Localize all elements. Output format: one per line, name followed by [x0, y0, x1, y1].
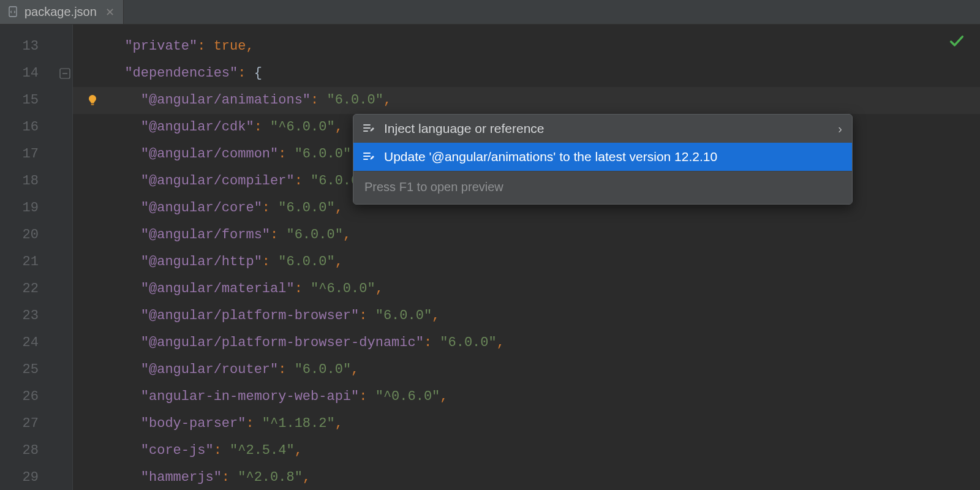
code-line[interactable]: "core-js": "^2.5.4",	[73, 437, 980, 464]
close-icon[interactable]: ✕	[105, 6, 115, 19]
code-line[interactable]: "@angular/animations": "6.0.0",	[73, 87, 980, 114]
line-number: 22	[0, 276, 58, 303]
intention-item[interactable]: Update '@angular/animations' to the late…	[353, 143, 852, 171]
svg-rect-0	[9, 7, 17, 17]
editor-tab[interactable]: package.json ✕	[0, 0, 124, 24]
intention-popup: Inject language or reference›Update '@an…	[353, 114, 853, 205]
line-number-gutter: 1314151617181920212223242526272829	[0, 24, 58, 490]
line-number: 26	[0, 383, 58, 410]
code-line[interactable]: "dependencies": {	[73, 60, 980, 87]
line-number: 23	[0, 303, 58, 330]
line-number: 19	[0, 195, 58, 222]
line-number: 27	[0, 410, 58, 437]
code-area[interactable]: "private": true, "dependencies": { "@ang…	[73, 24, 980, 490]
intention-item-label: Update '@angular/animations' to the late…	[384, 149, 717, 164]
line-number: 20	[0, 222, 58, 249]
fold-toggle-icon[interactable]	[59, 68, 70, 79]
line-number: 18	[0, 168, 58, 195]
intention-item[interactable]: Inject language or reference›	[353, 115, 852, 143]
intention-item-label: Inject language or reference	[384, 121, 545, 136]
code-line[interactable]: "body-parser": "^1.18.2",	[73, 410, 980, 437]
code-line[interactable]: "@angular/material": "^6.0.0",	[73, 276, 980, 303]
line-number: 21	[0, 249, 58, 276]
chevron-right-icon: ›	[838, 122, 842, 136]
tab-filename: package.json	[24, 5, 97, 19]
tab-bar: package.json ✕	[0, 0, 980, 24]
code-line[interactable]: "@angular/platform-browser-dynamic": "6.…	[73, 330, 980, 356]
popup-hint: Press F1 to open preview	[353, 171, 852, 204]
code-line[interactable]: "@angular/forms": "6.0.0",	[73, 222, 980, 249]
line-number: 29	[0, 464, 58, 490]
line-number: 13	[0, 33, 58, 60]
code-line[interactable]: "@angular/router": "6.0.0",	[73, 356, 980, 383]
json-file-icon	[7, 6, 20, 18]
edit-intent-icon	[362, 150, 375, 164]
svg-rect-2	[91, 104, 94, 105]
code-line[interactable]: "hammerjs": "^2.0.8",	[73, 464, 980, 490]
line-number: 24	[0, 330, 58, 356]
line-number: 14	[0, 60, 58, 87]
intention-bulb-icon[interactable]	[85, 93, 100, 108]
editor: 1314151617181920212223242526272829 "priv…	[0, 24, 980, 490]
code-line[interactable]: "angular-in-memory-web-api": "^0.6.0",	[73, 383, 980, 410]
code-line[interactable]: "@angular/platform-browser": "6.0.0",	[73, 303, 980, 330]
fold-strip	[58, 24, 73, 490]
line-number: 16	[0, 114, 58, 141]
line-number: 28	[0, 437, 58, 464]
line-number: 25	[0, 356, 58, 383]
code-line[interactable]: "private": true,	[73, 33, 980, 60]
code-line[interactable]: "@angular/http": "6.0.0",	[73, 249, 980, 276]
line-number: 15	[0, 87, 58, 114]
line-number: 17	[0, 141, 58, 168]
edit-intent-icon	[362, 122, 375, 135]
